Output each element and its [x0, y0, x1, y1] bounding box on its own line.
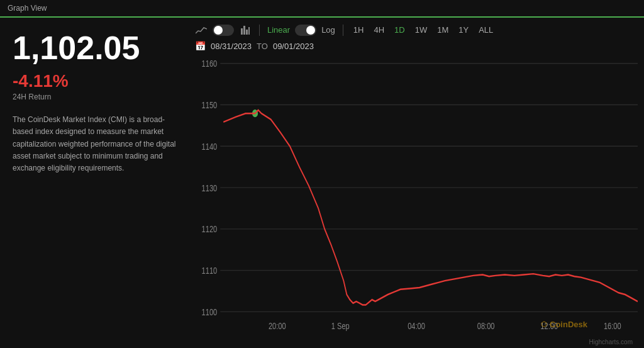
svg-rect-3: [248, 27, 250, 35]
svg-text:04:00: 04:00: [408, 320, 425, 331]
svg-text:16:00: 16:00: [604, 320, 621, 331]
date-to[interactable]: 09/01/2023: [273, 42, 314, 51]
svg-text:1160: 1160: [202, 59, 218, 69]
coindesk-text: CoinDesk: [550, 320, 587, 329]
svg-text:1140: 1140: [202, 141, 218, 152]
svg-text:1130: 1130: [202, 182, 218, 193]
price-chart: 1160 1150 1140 1130 1120 1110 1100 20:00…: [195, 55, 638, 348]
right-panel: Linear Log 1H 4H 1D 1W 1M 1Y ALL 📅 08/31…: [189, 18, 644, 348]
linear-label[interactable]: Linear: [267, 25, 290, 35]
chart-type-toggle[interactable]: [213, 25, 234, 36]
chart-area: 1160 1150 1140 1130 1120 1110 1100 20:00…: [195, 55, 638, 348]
calendar-icon: 📅: [195, 41, 206, 51]
svg-rect-1: [243, 26, 245, 35]
time-btn-1h[interactable]: 1H: [351, 24, 367, 36]
svg-text:08:00: 08:00: [477, 320, 495, 331]
app-container: Graph View 1,102.05 -4.11% 24H Return Th…: [0, 0, 644, 348]
time-btn-1d[interactable]: 1D: [392, 24, 408, 36]
divider-1: [259, 25, 260, 36]
chart-controls: Linear Log 1H 4H 1D 1W 1M 1Y ALL: [195, 24, 638, 36]
price-value: 1,102.05: [13, 30, 176, 66]
svg-text:1 Sep: 1 Sep: [331, 320, 350, 331]
divider-2: [343, 25, 343, 36]
svg-text:1150: 1150: [202, 99, 218, 110]
time-btn-1m[interactable]: 1M: [435, 24, 451, 36]
main-layout: 1,102.05 -4.11% 24H Return The CoinDesk …: [0, 18, 644, 348]
change-value: -4.11%: [13, 71, 176, 91]
svg-text:1100: 1100: [202, 306, 218, 317]
svg-text:1120: 1120: [202, 224, 218, 235]
linear-log-toggle[interactable]: [295, 25, 316, 36]
date-to-label: TO: [257, 42, 268, 51]
svg-text:20:00: 20:00: [269, 320, 286, 331]
change-label: 24H Return: [13, 93, 176, 101]
coindesk-watermark: ⬡ CoinDesk: [541, 320, 587, 329]
date-from[interactable]: 08/31/2023: [211, 42, 252, 51]
left-panel: 1,102.05 -4.11% 24H Return The CoinDesk …: [0, 18, 189, 348]
time-btn-1y[interactable]: 1Y: [456, 24, 471, 36]
svg-rect-2: [246, 30, 248, 35]
bar-chart-icon[interactable]: [239, 25, 252, 35]
coindesk-logo-icon: ⬡: [541, 320, 547, 328]
graph-view-label: Graph View: [0, 0, 644, 18]
svg-rect-0: [241, 28, 243, 35]
line-chart-icon[interactable]: [195, 25, 208, 35]
highcharts-credit: Highcharts.com: [589, 339, 633, 345]
svg-text:1110: 1110: [202, 265, 218, 276]
log-label[interactable]: Log: [321, 25, 335, 35]
time-btn-1w[interactable]: 1W: [413, 24, 430, 36]
date-range: 📅 08/31/2023 TO 09/01/2023: [195, 41, 638, 51]
time-btn-4h[interactable]: 4H: [371, 24, 387, 36]
index-description: The CoinDesk Market Index (CMI) is a bro…: [13, 114, 176, 174]
time-btn-all[interactable]: ALL: [476, 24, 496, 36]
